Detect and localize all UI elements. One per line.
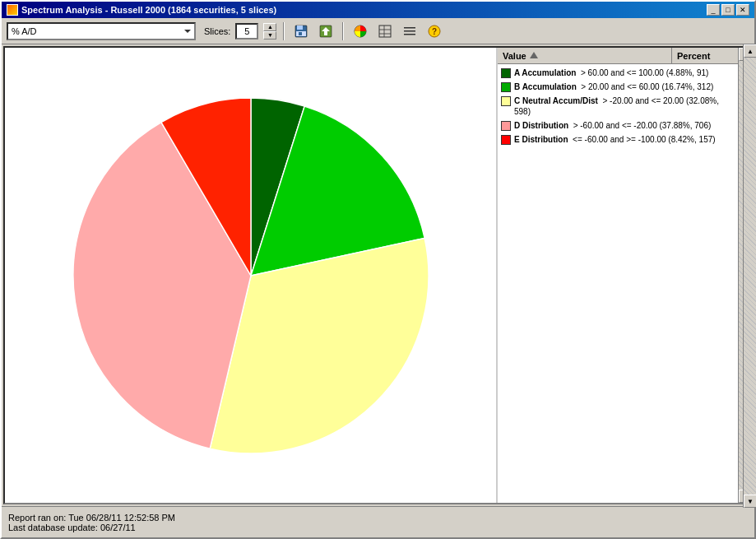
pie-chart — [53, 78, 448, 473]
toolbar: % A/D Slices: 5 ▲ ▼ — [2, 18, 754, 44]
svg-rect-3 — [299, 32, 302, 35]
legend-color — [501, 121, 511, 131]
minimize-button[interactable]: _ — [707, 4, 720, 16]
legend-panel: Value Percent A Accumulation > 60.00 and… — [496, 48, 751, 503]
chart-type-icon — [353, 24, 368, 39]
legend-color — [501, 82, 511, 92]
toolbar-separator-2 — [342, 22, 344, 40]
slices-stepper: ▲ ▼ — [263, 23, 276, 39]
export-icon — [318, 24, 333, 39]
legend-color — [501, 68, 511, 78]
toolbar-separator-1 — [283, 22, 285, 40]
table-button[interactable] — [375, 22, 395, 40]
chart-type-button[interactable] — [350, 22, 370, 40]
options-icon — [402, 24, 417, 39]
legend-row: A Accumulation > 60.00 and <= 100.00 (4.… — [498, 66, 738, 80]
legend-percent-col-header: Percent — [672, 48, 738, 63]
svg-rect-7 — [379, 26, 391, 37]
options-button[interactable] — [400, 22, 420, 40]
last-update-text: Last database update: 06/27/11 — [8, 523, 748, 532]
legend-table: Value Percent A Accumulation > 60.00 and… — [497, 48, 738, 503]
save-icon — [294, 24, 308, 39]
window-title: Spectrum Analysis - Russell 2000 (1864 s… — [21, 5, 276, 15]
legend-row-text: A Accumulation > 60.00 and <= 100.00 (4.… — [514, 67, 708, 78]
legend-row-text: B Accumulation > 20.00 and <= 60.00 (16.… — [514, 81, 713, 92]
svg-rect-1 — [297, 26, 303, 30]
report-ran-text: Report ran on: Tue 06/28/11 12:52:58 PM — [8, 513, 748, 523]
chart-area — [5, 48, 496, 503]
main-scrollbar: ▲ ▼ — [743, 44, 756, 508]
help-icon: ? — [427, 24, 442, 39]
legend-color — [501, 96, 511, 106]
svg-rect-13 — [404, 34, 415, 35]
legend-rows: A Accumulation > 60.00 and <= 100.00 (4.… — [498, 64, 738, 503]
title-bar: Spectrum Analysis - Russell 2000 (1864 s… — [2, 2, 754, 18]
legend-value-col-header: Value — [498, 48, 672, 63]
slices-up-button[interactable]: ▲ — [263, 23, 276, 31]
slices-input[interactable]: 5 — [235, 23, 258, 39]
close-button[interactable]: ✕ — [736, 4, 749, 16]
export-button[interactable] — [316, 22, 336, 40]
legend-row: E Distribution <= -60.00 and >= -100.00 … — [498, 132, 738, 146]
svg-text:?: ? — [432, 27, 437, 36]
legend-header: Value Percent — [498, 48, 738, 64]
legend-row: C Neutral Accum/Dist > -20.00 and <= 20.… — [498, 94, 738, 118]
legend-row-text: D Distribution > -60.00 and <= -20.00 (3… — [514, 120, 711, 131]
metric-dropdown[interactable]: % A/D — [7, 22, 196, 40]
help-button[interactable]: ? — [424, 22, 444, 40]
legend-row: D Distribution > -60.00 and <= -20.00 (3… — [498, 118, 738, 132]
legend-row-text: E Distribution <= -60.00 and >= -100.00 … — [514, 134, 716, 145]
main-content: Value Percent A Accumulation > 60.00 and… — [3, 46, 753, 504]
main-window: Spectrum Analysis - Russell 2000 (1864 s… — [0, 0, 756, 539]
legend-row: B Accumulation > 20.00 and <= 60.00 (16.… — [498, 80, 738, 94]
main-scroll-track — [744, 58, 756, 495]
app-icon — [7, 4, 18, 16]
legend-color — [501, 135, 511, 145]
svg-rect-12 — [404, 30, 415, 32]
save-button[interactable] — [291, 22, 311, 40]
title-bar-buttons: _ □ ✕ — [707, 4, 749, 16]
table-icon — [378, 24, 392, 39]
main-scroll-up[interactable]: ▲ — [744, 44, 756, 58]
slices-label: Slices: — [204, 26, 230, 36]
svg-rect-11 — [404, 27, 415, 29]
sort-icon[interactable] — [530, 52, 538, 60]
legend-row-text: C Neutral Accum/Dist > -20.00 and <= 20.… — [514, 95, 735, 117]
maximize-button[interactable]: □ — [721, 4, 735, 16]
slices-down-button[interactable]: ▼ — [263, 31, 276, 39]
title-bar-text: Spectrum Analysis - Russell 2000 (1864 s… — [7, 4, 276, 16]
status-bar: Report ran on: Tue 06/28/11 12:52:58 PM … — [2, 506, 754, 537]
svg-marker-16 — [530, 52, 538, 58]
main-scroll-down[interactable]: ▼ — [744, 495, 756, 508]
